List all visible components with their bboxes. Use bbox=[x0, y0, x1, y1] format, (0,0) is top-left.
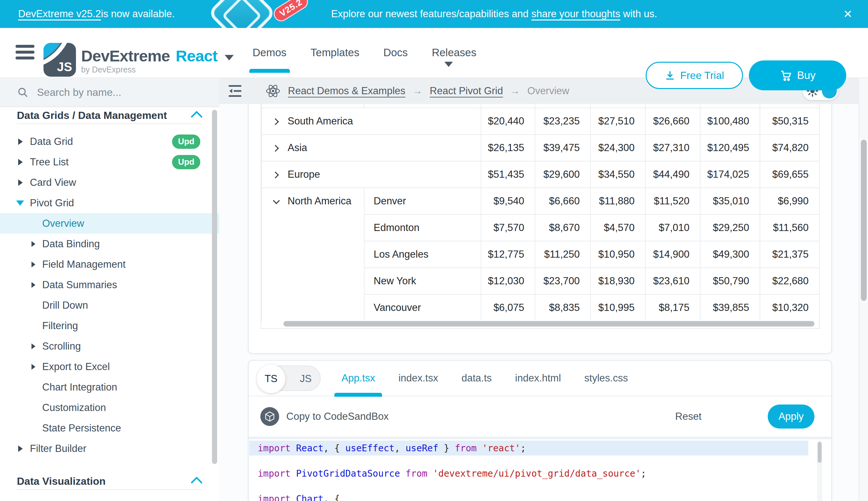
reset-button[interactable]: Reset bbox=[675, 411, 702, 422]
collapse-arrow-icon[interactable] bbox=[16, 201, 24, 206]
sidebar-item-label: Data Binding bbox=[42, 238, 100, 250]
sidebar-item-overview[interactable]: Overview bbox=[0, 213, 219, 234]
sidebar-item-field-management[interactable]: Field Management bbox=[0, 254, 219, 275]
sidebar-item-scrolling[interactable]: Scrolling bbox=[0, 336, 219, 356]
free-trial-button[interactable]: Free Trial bbox=[646, 62, 743, 89]
pivot-row-header-cell[interactable]: North America bbox=[262, 188, 364, 321]
nav-item-templates[interactable]: Templates bbox=[311, 28, 359, 77]
nav-item-demos[interactable]: Demos bbox=[253, 28, 287, 77]
download-icon bbox=[664, 70, 675, 81]
pivot-group-row: Europe$51,435$29,600$34,550$44,490$174,0… bbox=[262, 161, 819, 188]
pivot-value-cell: $11,880 bbox=[591, 188, 645, 214]
demo-sidebar: Data Grids / Data ManagementData GridUpd… bbox=[0, 78, 219, 501]
tab-data-ts[interactable]: data.ts bbox=[462, 360, 492, 396]
breadcrumb-link-demos[interactable]: React Demos & Examples bbox=[288, 85, 405, 97]
sidebar-scrollbar[interactable] bbox=[212, 110, 217, 464]
sidebar-item-filter-builder[interactable]: Filter Builder bbox=[0, 438, 219, 459]
buy-button[interactable]: Buy bbox=[749, 61, 846, 90]
close-icon[interactable]: ✕ bbox=[843, 0, 853, 28]
sidebar-section-header[interactable]: Data Visualization bbox=[0, 473, 219, 489]
brand-block[interactable]: DevExtreme React by DevExpress bbox=[81, 47, 234, 74]
pivot-value-cell: $100,480 bbox=[700, 108, 760, 135]
banner-release-text: DevExtreme v25.2 is now available. bbox=[18, 0, 175, 28]
sidebar-item-tree-list[interactable]: Tree ListUpd bbox=[0, 152, 219, 172]
banner-version-suffix: is now available. bbox=[101, 8, 175, 20]
expand-arrow-icon[interactable] bbox=[32, 262, 35, 267]
sidebar-item-data-grid[interactable]: Data GridUpd bbox=[0, 131, 219, 152]
pivot-row-header-cell[interactable]: Asia bbox=[262, 135, 481, 161]
language-toggle[interactable]: TS JS bbox=[257, 365, 321, 391]
pivot-value-cell: $51,435 bbox=[481, 161, 535, 188]
page-scrollbar-thumb[interactable] bbox=[861, 140, 867, 301]
pivot-value-cell: $50,315 bbox=[760, 108, 819, 135]
collapse-chevron-icon[interactable] bbox=[273, 197, 280, 204]
expand-arrow-icon[interactable] bbox=[18, 138, 23, 145]
devextreme-js-logo[interactable]: JS bbox=[44, 43, 76, 77]
sidebar-section-header[interactable]: Data Grids / Data Management bbox=[0, 107, 219, 124]
pivot-value-cell: $27,310 bbox=[645, 135, 700, 161]
copy-to-codesandbox-button[interactable]: Copy to CodeSandBox bbox=[286, 411, 388, 422]
share-thoughts-link[interactable]: share your thoughts bbox=[531, 8, 620, 20]
chevron-down-icon[interactable] bbox=[224, 55, 234, 61]
breadcrumb-current: Overview bbox=[527, 85, 569, 97]
expand-arrow-icon[interactable] bbox=[32, 241, 35, 247]
expand-arrow-icon[interactable] bbox=[32, 364, 35, 370]
banner-version-link[interactable]: DevExtreme v25.2 bbox=[18, 8, 101, 20]
sidebar-divider bbox=[17, 489, 202, 490]
sidebar-item-data-summaries[interactable]: Data Summaries bbox=[0, 275, 219, 295]
pivot-value-cell: $26,660 bbox=[645, 108, 700, 135]
pivot-city-row: North AmericaDenver$9,540$6,660$11,880$1… bbox=[262, 188, 819, 214]
pivot-value-cell: $10,995 bbox=[591, 294, 645, 321]
pivot-city-cell: Vancouver bbox=[364, 294, 481, 321]
expand-arrow-icon[interactable] bbox=[32, 282, 35, 288]
expand-arrow-icon[interactable] bbox=[18, 159, 23, 166]
expand-chevron-icon[interactable] bbox=[272, 118, 279, 125]
sidebar-item-chart-integration[interactable]: Chart Integration bbox=[0, 377, 219, 397]
pivot-value-cell: $50,790 bbox=[700, 268, 760, 294]
pivot-row-header-cell[interactable]: South America bbox=[262, 108, 481, 135]
chevron-up-icon[interactable] bbox=[190, 477, 202, 489]
expand-arrow-icon[interactable] bbox=[18, 179, 23, 186]
pivot-header-cell bbox=[760, 104, 819, 108]
sidebar-item-drill-down[interactable]: Drill Down bbox=[0, 295, 219, 316]
chevron-up-icon[interactable] bbox=[190, 111, 202, 123]
expand-arrow-icon[interactable] bbox=[18, 446, 23, 452]
sidebar-list: Data Grids / Data ManagementData GridUpd… bbox=[0, 107, 219, 490]
codesandbox-icon[interactable] bbox=[260, 407, 279, 426]
language-alt-label[interactable]: JS bbox=[300, 366, 312, 392]
sidebar-item-label: Card View bbox=[30, 177, 76, 189]
sidebar-item-card-view[interactable]: Card View bbox=[0, 172, 219, 193]
language-toggle-knob[interactable]: TS bbox=[257, 364, 285, 393]
menu-icon[interactable] bbox=[15, 45, 34, 61]
tab-styles-css[interactable]: styles.css bbox=[584, 360, 628, 396]
pivot-value-cell: $74,820 bbox=[760, 135, 819, 161]
pivot-value-cell: $8,175 bbox=[645, 294, 700, 321]
sidebar-item-label: Customization bbox=[42, 402, 106, 414]
pivot-row-label: South America bbox=[288, 115, 353, 127]
sidebar-item-data-binding[interactable]: Data Binding bbox=[0, 234, 219, 254]
nav-item-releases[interactable]: Releases bbox=[432, 28, 476, 77]
nav-item-docs[interactable]: Docs bbox=[383, 28, 408, 77]
tab-index-html[interactable]: index.html bbox=[515, 360, 561, 396]
code-token: React bbox=[296, 443, 323, 454]
sidebar-item-pivot-grid[interactable]: Pivot Grid bbox=[0, 193, 219, 213]
pivot-horizontal-scrollbar bbox=[262, 320, 818, 328]
tab-app-tsx[interactable]: App.tsx bbox=[341, 360, 375, 396]
expand-arrow-icon[interactable] bbox=[32, 343, 35, 349]
sidebar-item-customization[interactable]: Customization bbox=[0, 397, 219, 418]
pivot-hscroll-thumb[interactable] bbox=[283, 321, 814, 327]
sidebar-item-export-to-excel[interactable]: Export to Excel bbox=[0, 356, 219, 377]
expand-chevron-icon[interactable] bbox=[272, 145, 279, 152]
collapse-sidebar-icon[interactable] bbox=[227, 84, 243, 98]
pivot-row-header-cell[interactable]: Europe bbox=[262, 161, 481, 188]
sidebar-item-state-persistence[interactable]: State Persistence bbox=[0, 418, 219, 438]
search-input[interactable] bbox=[37, 86, 193, 98]
tab-index-tsx[interactable]: index.tsx bbox=[398, 360, 438, 396]
expand-chevron-icon[interactable] bbox=[272, 172, 279, 178]
sidebar-item-filtering[interactable]: Filtering bbox=[0, 316, 219, 336]
code-vscroll-thumb[interactable] bbox=[818, 442, 822, 463]
pivot-value-cell: $14,900 bbox=[645, 241, 700, 268]
pivot-city-cell: Edmonton bbox=[364, 214, 481, 241]
apply-button[interactable]: Apply bbox=[768, 405, 814, 428]
breadcrumb-link-pivot-grid[interactable]: React Pivot Grid bbox=[430, 85, 503, 97]
